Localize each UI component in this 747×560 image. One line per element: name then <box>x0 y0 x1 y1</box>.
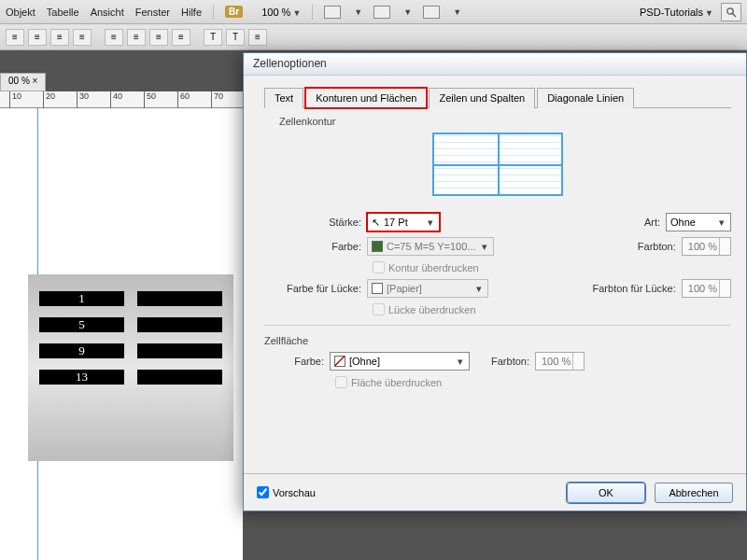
flaeche-ueberdrucken-label: Fläche überdrucken <box>351 377 442 388</box>
divider <box>264 325 731 326</box>
text-wrap-icon[interactable]: ≡ <box>248 29 267 46</box>
menu-fenster[interactable]: Fenster <box>135 7 170 18</box>
tab-text[interactable]: Text <box>264 88 303 108</box>
group-zellflaeche: Zellfläche <box>264 335 731 346</box>
ruler-tick: 20 <box>43 91 55 108</box>
luecke-ueberdrucken-label: Lücke überdrucken <box>388 304 476 315</box>
luecke-farbe-combo[interactable]: [Papier] ▾ <box>367 279 488 298</box>
farbe-combo[interactable]: C=75 M=5 Y=100... ▾ <box>367 237 494 256</box>
luecke-farbe-label: Farbe für Lücke: <box>264 283 367 294</box>
table-cell[interactable] <box>137 343 222 358</box>
table-cell[interactable]: 9 <box>39 343 124 358</box>
menu-ansicht[interactable]: Ansicht <box>91 7 124 18</box>
swatch-none-icon <box>334 356 345 367</box>
luecke-farbton-spinner[interactable]: 100 % <box>682 279 731 298</box>
tab-konturen-flaechen[interactable]: Konturen und Flächen <box>305 88 427 108</box>
view-mode-icon[interactable] <box>324 6 341 19</box>
ruler-tick: 70 <box>211 91 223 108</box>
document-canvas[interactable]: 1 5 9 13 <box>0 108 243 560</box>
chevron-down-icon: ▾ <box>472 282 486 295</box>
vertical-text-icon[interactable]: T <box>226 29 245 46</box>
zoom-level[interactable]: 100 %▼ <box>261 7 301 18</box>
menu-tabelle[interactable]: Tabelle <box>47 7 79 18</box>
menu-objekt[interactable]: Objekt <box>6 7 35 18</box>
art-combo[interactable]: Ohne ▾ <box>666 213 731 231</box>
table-cell[interactable]: 13 <box>39 370 124 385</box>
flaeche-farbton-label: Farbton: <box>470 356 535 367</box>
justify-icon[interactable]: ≡ <box>73 29 92 46</box>
staerke-label: Stärke: <box>264 217 367 228</box>
table-cell[interactable]: 5 <box>39 317 124 332</box>
kontur-ueberdrucken-checkbox <box>373 261 385 273</box>
ruler-tick: 40 <box>110 91 122 108</box>
help-link[interactable]: PSD-Tutorials▼ <box>640 7 713 18</box>
justify-left-icon[interactable]: ≡ <box>105 29 123 46</box>
flaeche-farbton-spinner[interactable]: 100 % <box>535 352 585 371</box>
kontur-ueberdrucken-label: Kontur überdrucken <box>388 262 479 273</box>
cell-options-dialog: Zellenoptionen Text Konturen und Flächen… <box>243 52 747 511</box>
ruler-tick: 30 <box>77 91 89 108</box>
separator <box>213 5 214 20</box>
svg-line-1 <box>733 13 737 17</box>
ok-button[interactable]: OK <box>567 483 645 503</box>
cell-border-proxy[interactable] <box>432 133 563 196</box>
chevron-down-icon: ▾ <box>454 355 467 368</box>
dialog-footer: Vorschau OK Abbrechen <box>244 473 746 511</box>
ruler-tick: 10 <box>9 91 21 108</box>
bridge-icon[interactable]: Br <box>225 6 243 18</box>
text-tool-icon[interactable]: T <box>204 29 222 46</box>
screen-mode-icon[interactable] <box>374 6 390 19</box>
dialog-title: Zellenoptionen <box>244 53 746 76</box>
separator <box>312 5 313 20</box>
farbton-label: Farbton: <box>570 241 682 252</box>
align-left-icon[interactable]: ≡ <box>6 29 24 46</box>
vorschau-checkbox[interactable] <box>257 486 269 498</box>
table-cell[interactable] <box>137 317 222 332</box>
swatch-icon <box>372 283 383 294</box>
tab-zeilen-spalten[interactable]: Zeilen und Spalten <box>429 88 535 108</box>
table-cell[interactable] <box>137 291 222 306</box>
swatch-icon <box>372 241 383 252</box>
ruler-tick: 60 <box>177 91 190 108</box>
table-cell[interactable] <box>137 370 222 385</box>
align-right-icon[interactable]: ≡ <box>50 29 69 46</box>
arrange-icon[interactable] <box>423 6 440 19</box>
search-icon[interactable] <box>721 3 741 21</box>
farbton-spinner[interactable]: 100 % <box>682 237 731 256</box>
flaeche-farbe-label: Farbe: <box>264 356 330 367</box>
ruler-tick: 50 <box>144 91 156 108</box>
art-label: Art: <box>554 217 666 228</box>
flaeche-farbe-combo[interactable]: [Ohne] ▾ <box>330 352 470 371</box>
dialog-tabs: Text Konturen und Flächen Zeilen und Spa… <box>264 87 731 108</box>
chevron-down-icon: ▾ <box>424 216 437 229</box>
farbe-label: Farbe: <box>264 241 367 252</box>
cancel-button[interactable]: Abbrechen <box>655 483 733 503</box>
table-cell[interactable]: 1 <box>39 291 124 306</box>
justify-center-icon[interactable]: ≡ <box>127 29 146 46</box>
chevron-down-icon: ▾ <box>478 240 491 253</box>
cursor-icon: ↖ <box>372 217 380 229</box>
document-tab[interactable]: 00 % × <box>0 73 46 91</box>
paragraph-toolbar: ≡ ≡ ≡ ≡ ≡ ≡ ≡ ≡ T T ≡ <box>0 24 747 50</box>
align-center-icon[interactable]: ≡ <box>28 29 47 46</box>
justify-all-icon[interactable]: ≡ <box>172 29 190 46</box>
svg-point-0 <box>727 7 733 13</box>
chevron-down-icon: ▾ <box>715 216 728 229</box>
flaeche-ueberdrucken-checkbox <box>335 376 347 388</box>
tab-diagonale[interactable]: Diagonale Linien <box>537 88 634 108</box>
staerke-combo[interactable]: ↖ 17 Pt ▾ <box>367 213 440 231</box>
luecke-farbton-label: Farbton für Lücke: <box>570 283 682 294</box>
justify-right-icon[interactable]: ≡ <box>149 29 168 46</box>
menubar: Objekt Tabelle Ansicht Fenster Hilfe Br … <box>0 0 747 24</box>
luecke-ueberdrucken-checkbox <box>373 303 385 315</box>
menu-hilfe[interactable]: Hilfe <box>181 7 202 18</box>
vorschau-label: Vorschau <box>273 487 316 498</box>
group-zellenkontur: Zellenkontur <box>279 116 731 127</box>
table-object[interactable]: 1 5 9 13 <box>28 274 233 461</box>
